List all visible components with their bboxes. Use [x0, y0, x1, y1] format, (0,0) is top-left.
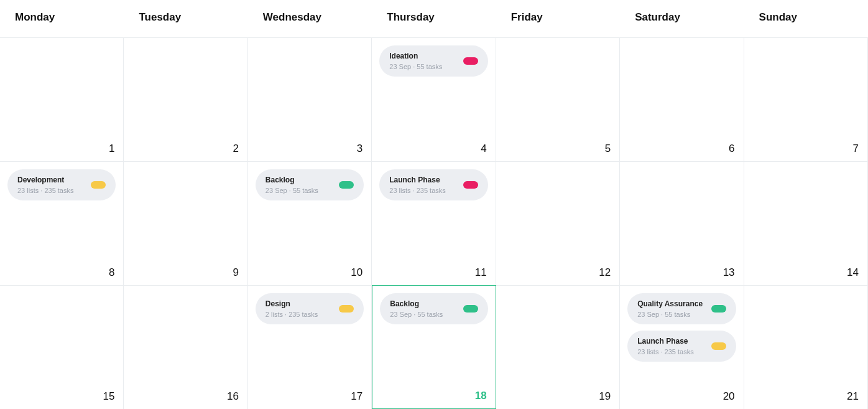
status-dot-icon: [711, 305, 726, 313]
weekday-label: Thursday: [387, 11, 435, 23]
day-number: 6: [729, 143, 734, 155]
weekday-label: Wednesday: [263, 11, 321, 23]
day-number: 20: [723, 390, 735, 403]
day-number: 4: [481, 143, 486, 155]
weekday-header: Thursday: [372, 0, 496, 37]
day-number: 21: [847, 390, 859, 403]
day-cell[interactable]: Backlog23 Sep · 55 tasks18: [372, 285, 496, 409]
chip-subtitle: 23 lists · 235 tasks: [389, 187, 446, 194]
chip-title: Launch Phase: [637, 337, 694, 346]
day-cell[interactable]: 14: [744, 161, 868, 285]
event-chip[interactable]: Backlog23 Sep · 55 tasks: [380, 293, 487, 324]
day-number: 9: [233, 266, 238, 279]
chip-title: Backlog: [390, 299, 443, 308]
event-chip[interactable]: Launch Phase23 lists · 235 tasks: [379, 169, 487, 200]
chip-subtitle: 23 lists · 235 tasks: [17, 187, 74, 194]
chip-subtitle: 23 Sep · 55 tasks: [637, 311, 703, 318]
day-number: 16: [227, 390, 239, 403]
chip-title: Design: [265, 299, 318, 308]
day-cell[interactable]: 12: [496, 161, 620, 285]
day-cell[interactable]: Backlog23 Sep · 55 tasks10: [248, 161, 372, 285]
day-number: 17: [351, 390, 362, 403]
day-cell[interactable]: 7: [744, 37, 868, 161]
day-cell[interactable]: 16: [124, 285, 247, 409]
chip-subtitle: 23 Sep · 55 tasks: [265, 187, 318, 194]
day-cell[interactable]: 1: [0, 37, 124, 161]
weekday-header: Saturday: [620, 0, 744, 37]
chip-title: Development: [17, 176, 74, 184]
chip-title: Backlog: [265, 176, 318, 184]
status-dot-icon: [463, 57, 478, 65]
weekday-label: Sunday: [759, 11, 797, 23]
day-cell[interactable]: Ideation23 Sep · 55 tasks4: [372, 37, 496, 161]
day-number: 8: [109, 266, 114, 279]
chip-text: Development23 lists · 235 tasks: [17, 176, 74, 194]
day-cell[interactable]: 21: [744, 285, 868, 409]
day-cell[interactable]: 2: [124, 37, 247, 161]
event-chip[interactable]: Design2 lists · 235 tasks: [256, 293, 364, 324]
day-number: 18: [475, 390, 487, 402]
event-chip[interactable]: Backlog23 Sep · 55 tasks: [256, 169, 364, 200]
weekday-header: Wednesday: [248, 0, 372, 37]
event-chip[interactable]: Development23 lists · 235 tasks: [7, 169, 116, 200]
day-number: 14: [847, 266, 859, 279]
day-cell[interactable]: 6: [620, 37, 744, 161]
status-dot-icon: [91, 181, 106, 189]
status-dot-icon: [463, 181, 478, 189]
status-dot-icon: [339, 305, 354, 313]
day-number: 19: [599, 390, 611, 403]
weekday-header: Tuesday: [124, 0, 247, 37]
day-number: 5: [605, 143, 611, 155]
day-number: 10: [351, 266, 362, 279]
day-cell[interactable]: Quality Assurance23 Sep · 55 tasksLaunch…: [620, 285, 744, 409]
chip-title: Ideation: [389, 52, 442, 60]
day-cell[interactable]: 5: [496, 37, 620, 161]
status-dot-icon: [339, 181, 354, 189]
chip-text: Launch Phase23 lists · 235 tasks: [637, 337, 694, 355]
day-cell[interactable]: Design2 lists · 235 tasks17: [248, 285, 372, 409]
chip-subtitle: 23 Sep · 55 tasks: [390, 311, 443, 318]
chip-text: Design2 lists · 235 tasks: [265, 299, 318, 317]
day-cell[interactable]: 9: [124, 161, 247, 285]
day-number: 12: [599, 266, 611, 279]
status-dot-icon: [711, 342, 726, 350]
chip-subtitle: 23 Sep · 55 tasks: [389, 63, 442, 70]
chip-title: Launch Phase: [389, 176, 446, 184]
day-cell[interactable]: Development23 lists · 235 tasks8: [0, 161, 124, 285]
event-chip[interactable]: Ideation23 Sep · 55 tasks: [379, 45, 487, 77]
weekday-label: Tuesday: [139, 11, 181, 23]
day-number: 15: [103, 390, 115, 403]
day-number: 7: [853, 143, 859, 155]
chip-subtitle: 23 lists · 235 tasks: [637, 348, 694, 355]
day-number: 2: [233, 143, 238, 155]
day-number: 11: [475, 266, 487, 279]
day-cell[interactable]: 3: [248, 37, 372, 161]
event-chip[interactable]: Quality Assurance23 Sep · 55 tasks: [627, 293, 736, 324]
weekday-label: Monday: [15, 11, 55, 23]
weekday-header: Monday: [0, 0, 124, 37]
day-number: 1: [109, 143, 114, 155]
day-number: 13: [723, 266, 735, 279]
weekday-header: Friday: [496, 0, 620, 37]
day-cell[interactable]: 13: [620, 161, 744, 285]
day-number: 3: [357, 143, 362, 155]
chip-text: Launch Phase23 lists · 235 tasks: [389, 176, 446, 194]
chip-subtitle: 2 lists · 235 tasks: [265, 311, 318, 318]
chip-text: Quality Assurance23 Sep · 55 tasks: [637, 299, 703, 317]
status-dot-icon: [463, 305, 478, 313]
day-cell[interactable]: Launch Phase23 lists · 235 tasks11: [372, 161, 496, 285]
chip-title: Quality Assurance: [637, 299, 703, 308]
chip-text: Backlog23 Sep · 55 tasks: [390, 299, 443, 317]
chip-text: Backlog23 Sep · 55 tasks: [265, 176, 318, 194]
weekday-label: Friday: [511, 11, 543, 23]
event-chip[interactable]: Launch Phase23 lists · 235 tasks: [627, 331, 736, 362]
day-cell[interactable]: 15: [0, 285, 124, 409]
weekday-label: Saturday: [635, 11, 680, 23]
chip-text: Ideation23 Sep · 55 tasks: [389, 52, 442, 70]
weekday-header: Sunday: [744, 0, 868, 37]
day-cell[interactable]: 19: [496, 285, 620, 409]
